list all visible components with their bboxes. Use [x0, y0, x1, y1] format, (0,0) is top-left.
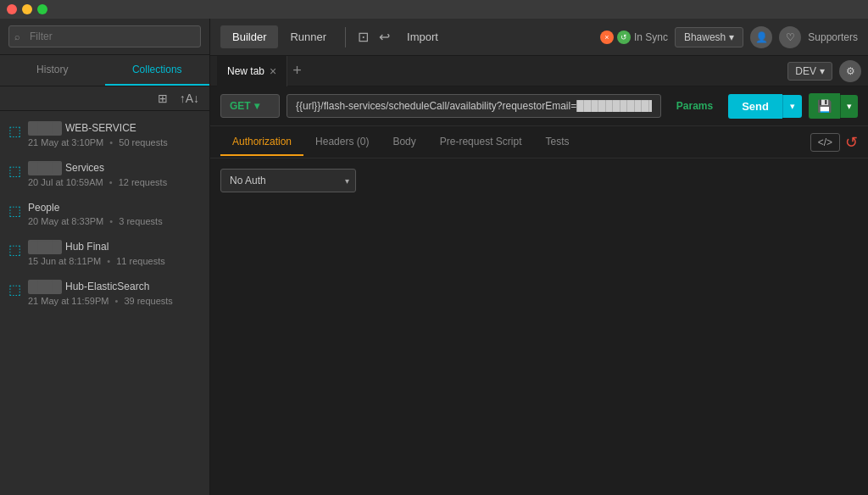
- search-input[interactable]: [8, 25, 201, 47]
- settings-icon[interactable]: ⚙: [839, 60, 861, 82]
- list-item[interactable]: ⬚ People 20 May at 8:33PM • 3 requests: [0, 194, 209, 234]
- auth-dropdown-wrapper: No Auth Bearer Token Basic Auth OAuth 1.…: [220, 169, 356, 192]
- tab-close-button[interactable]: ×: [270, 65, 276, 77]
- folder-icon: ⬚: [8, 163, 21, 179]
- request-tabs: Authorization Headers (0) Body Pre-reque…: [210, 126, 868, 159]
- builder-tab[interactable]: Builder: [220, 25, 278, 48]
- auth-area: No Auth Bearer Token Basic Auth OAuth 1.…: [210, 159, 868, 203]
- avatar-icon[interactable]: 👤: [750, 26, 772, 48]
- new-folder-button[interactable]: ⊞: [154, 90, 171, 107]
- toolbar-right: × ↺ In Sync Bhawesh ▾ 👤 ♡ Supporters: [600, 26, 858, 48]
- request-tab-actions: </> ↺: [810, 133, 858, 152]
- collection-meta: 20 Jul at 10:59AM • 12 requests: [28, 177, 201, 187]
- collection-name: ████ Hub Final: [28, 240, 201, 254]
- send-button[interactable]: Send: [728, 94, 782, 119]
- env-chevron-icon: ▾: [820, 65, 825, 77]
- title-bar: [0, 0, 868, 19]
- active-tab[interactable]: New tab ×: [217, 56, 287, 86]
- tab-headers[interactable]: Headers (0): [303, 129, 381, 156]
- method-selector[interactable]: GET ▾: [220, 94, 280, 118]
- collection-name: People: [28, 201, 201, 215]
- runner-tab[interactable]: Runner: [278, 25, 338, 48]
- list-item[interactable]: ⬚ ████ Hub-ElasticSearch 21 May at 11:59…: [0, 273, 209, 313]
- method-label: GET: [230, 100, 251, 112]
- tab-tests[interactable]: Tests: [533, 129, 581, 156]
- heart-icon[interactable]: ♡: [779, 26, 801, 48]
- sync-green-icon: ↺: [617, 31, 631, 44]
- list-item[interactable]: ⬚ ████ WEB-SERVICE 21 May at 3:10PM • 50…: [0, 114, 209, 154]
- collection-name: ████ WEB-SERVICE: [28, 121, 201, 136]
- save-button[interactable]: 💾: [809, 93, 840, 119]
- folder-icon: ⬚: [8, 281, 21, 298]
- save-dropdown-button[interactable]: ▾: [840, 95, 858, 118]
- tab-collections[interactable]: Collections: [105, 55, 210, 86]
- send-dropdown-button[interactable]: ▾: [782, 95, 802, 118]
- collection-list: ⬚ ████ WEB-SERVICE 21 May at 3:10PM • 50…: [0, 111, 209, 495]
- tab-body[interactable]: Body: [381, 129, 427, 156]
- collection-name: ████ Services: [28, 161, 201, 175]
- tab-right: DEV ▾ ⚙: [787, 60, 861, 82]
- collection-name: ████ Hub-ElasticSearch: [28, 280, 201, 294]
- list-item[interactable]: ⬚ ████ Services 20 Jul at 10:59AM • 12 r…: [0, 154, 209, 194]
- collection-meta: 20 May at 8:33PM • 3 requests: [28, 216, 201, 226]
- user-label: Bhawesh: [684, 31, 726, 43]
- save-group: 💾 ▾: [809, 93, 858, 119]
- params-button[interactable]: Params: [668, 95, 721, 117]
- folder-icon: ⬚: [8, 242, 21, 258]
- env-selector[interactable]: DEV ▾: [787, 62, 832, 81]
- new-tab-icon[interactable]: ⊡: [353, 25, 374, 48]
- auth-type-select[interactable]: No Auth Bearer Token Basic Auth OAuth 1.…: [220, 169, 356, 192]
- sidebar: ⌕ History Collections ⊞ ↑A↓ ⬚ ████ WEB-S…: [0, 19, 210, 495]
- folder-icon: ⬚: [8, 123, 21, 139]
- sync-area: × ↺ In Sync: [600, 31, 668, 44]
- list-item[interactable]: ⬚ ████ Hub Final 15 Jun at 8:11PM • 11 r…: [0, 233, 209, 273]
- tab-label: New tab: [227, 65, 264, 77]
- url-input[interactable]: [287, 94, 661, 118]
- user-chevron-icon: ▾: [729, 31, 734, 43]
- right-panel: Builder Runner ⊡ ↩ Import × ↺ In Sync Bh…: [210, 19, 868, 495]
- add-tab-button[interactable]: +: [292, 62, 302, 80]
- user-button[interactable]: Bhawesh ▾: [675, 27, 743, 47]
- env-label: DEV: [795, 65, 816, 77]
- method-chevron-icon: ▾: [254, 100, 259, 112]
- sync-label: In Sync: [634, 31, 668, 43]
- search-area: ⌕: [0, 19, 209, 55]
- folder-icon: ⬚: [8, 203, 21, 219]
- search-icon: ⌕: [14, 31, 20, 42]
- toolbar-separator: [345, 27, 346, 47]
- sync-orange-icon: ×: [600, 31, 614, 44]
- collection-meta: 21 May at 3:10PM • 50 requests: [28, 137, 201, 147]
- collection-meta: 21 May at 11:59PM • 39 requests: [28, 296, 201, 306]
- url-bar: GET ▾ Params Send ▾ 💾 ▾: [210, 86, 868, 126]
- sort-button[interactable]: ↑A↓: [176, 90, 203, 107]
- maximize-button[interactable]: [37, 4, 47, 14]
- supporters-button[interactable]: Supporters: [808, 31, 858, 43]
- top-toolbar: Builder Runner ⊡ ↩ Import × ↺ In Sync Bh…: [210, 19, 868, 56]
- code-button[interactable]: </>: [810, 133, 840, 152]
- tab-history[interactable]: History: [0, 55, 105, 86]
- import-button[interactable]: Import: [395, 25, 450, 48]
- reset-button[interactable]: ↺: [845, 133, 858, 152]
- main-layout: ⌕ History Collections ⊞ ↑A↓ ⬚ ████ WEB-S…: [0, 19, 868, 495]
- tab-bar: New tab × + DEV ▾ ⚙: [210, 56, 868, 86]
- sidebar-tabs: History Collections: [0, 55, 209, 86]
- send-group: Send ▾: [728, 94, 802, 119]
- tab-authorization[interactable]: Authorization: [220, 129, 303, 156]
- minimize-button[interactable]: [22, 4, 32, 14]
- tab-pre-request[interactable]: Pre-request Script: [428, 129, 534, 156]
- collection-meta: 15 Jun at 8:11PM • 11 requests: [28, 256, 201, 266]
- close-button[interactable]: [7, 4, 17, 14]
- sidebar-toolbar: ⊞ ↑A↓: [0, 86, 209, 111]
- import-icon[interactable]: ↩: [374, 25, 395, 48]
